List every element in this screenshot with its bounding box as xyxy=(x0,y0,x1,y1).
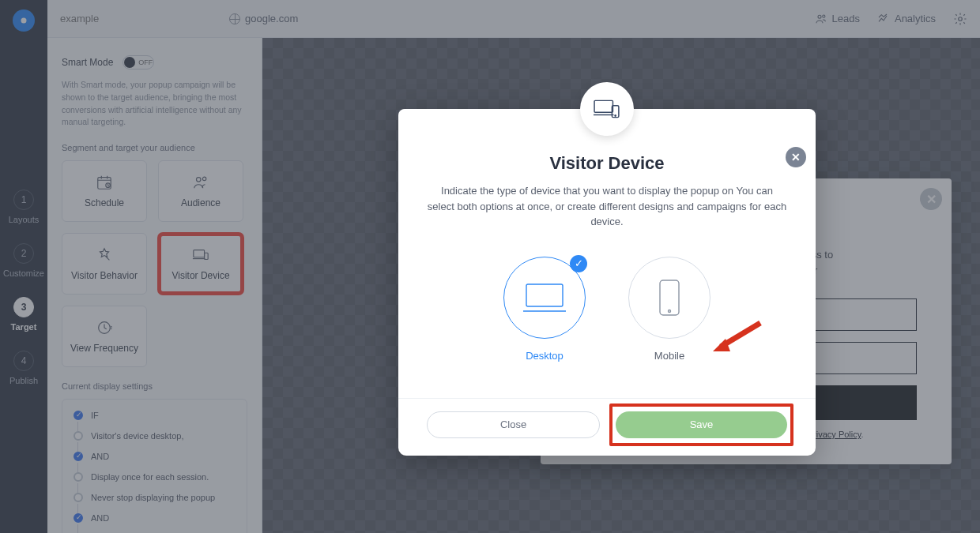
mobile-icon xyxy=(658,278,681,317)
modal-badge-icon xyxy=(580,82,634,136)
svg-rect-11 xyxy=(594,100,612,112)
device-label: Desktop xyxy=(526,350,564,362)
modal-title: Visitor Device xyxy=(427,153,787,174)
modal-desc: Indicate the type of device that you wan… xyxy=(427,183,787,230)
device-label: Mobile xyxy=(654,350,684,362)
laptop-icon xyxy=(522,281,567,314)
svg-rect-14 xyxy=(526,284,563,306)
visitor-device-modal: ✕ Visitor Device Indicate the type of de… xyxy=(398,109,816,456)
svg-point-13 xyxy=(615,115,616,116)
device-desktop-option[interactable]: ✓ Desktop xyxy=(503,257,586,362)
device-mobile-option[interactable]: Mobile xyxy=(628,257,710,362)
close-button[interactable]: Close xyxy=(427,411,600,438)
svg-point-16 xyxy=(669,310,671,312)
modal-close-icon[interactable]: ✕ xyxy=(786,147,806,167)
save-button[interactable]: Save xyxy=(616,411,787,438)
check-icon: ✓ xyxy=(570,255,587,272)
